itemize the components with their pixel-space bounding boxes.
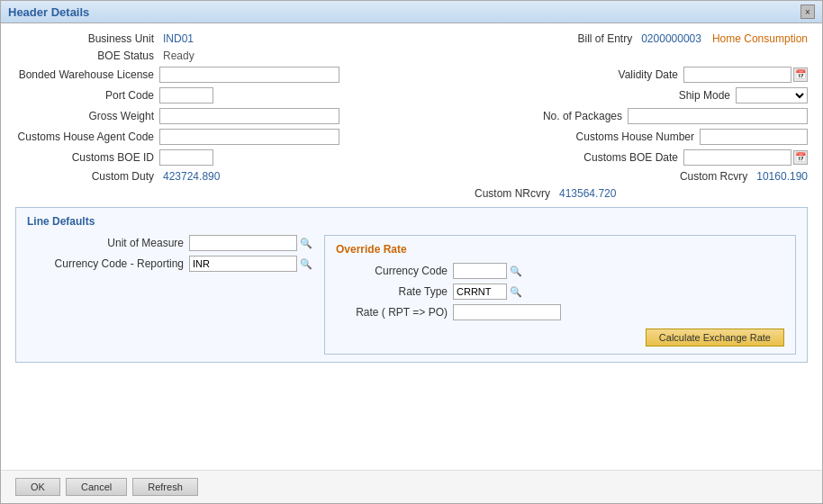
business-unit-group: Business Unit IND01: [15, 32, 194, 45]
override-currency-input[interactable]: [453, 263, 507, 279]
override-calc-row: Calculate Exchange Rate: [336, 328, 784, 346]
custom-rcvry-label: Custom Rcvry: [609, 170, 753, 183]
boe-status-right: [412, 50, 808, 62]
override-currency-label: Currency Code: [336, 265, 453, 277]
bill-of-entry-label: Bill of Entry: [493, 32, 638, 45]
validity-date-label: Validity Date: [539, 68, 683, 81]
bonded-warehouse-label: Bonded Warehouse License: [15, 68, 159, 81]
bill-of-entry-type: Home Consumption: [712, 32, 808, 45]
business-unit-label: Business Unit: [15, 32, 159, 45]
custom-nrcvry-right: Custom NRcvry 413564.720: [412, 187, 808, 200]
validity-date-calendar-icon[interactable]: 📅: [793, 68, 808, 82]
customs-boe-id-label: Customs BOE ID: [15, 151, 159, 164]
ship-mode-select[interactable]: [736, 87, 808, 104]
boe-status-left: BOE Status Ready: [15, 50, 412, 62]
override-currency-search-icon[interactable]: 🔍: [509, 264, 523, 278]
header-details-window: Header Details × Business Unit IND01 Bil…: [0, 0, 823, 504]
custom-rcvry-value: 10160.190: [756, 170, 808, 183]
line-defaults-title: Line Defaults: [27, 215, 796, 228]
currency-code-reporting-search-icon[interactable]: 🔍: [299, 256, 313, 271]
override-currency-row: Currency Code 🔍: [336, 263, 784, 279]
override-rate-type-input[interactable]: [453, 284, 507, 300]
validity-date-group: Validity Date 📅: [539, 67, 808, 83]
customs-house-agent-label: Customs House Agent Code: [15, 130, 159, 143]
currency-code-reporting-label: Currency Code - Reporting: [27, 257, 189, 270]
no-of-packages-input[interactable]: [628, 108, 808, 124]
row-currency-code-reporting: Currency Code - Reporting 🔍: [27, 256, 313, 272]
title-bar: Header Details ×: [1, 1, 822, 23]
customs-boe-id-input[interactable]: [159, 149, 213, 166]
validity-date-input[interactable]: [683, 67, 791, 83]
boe-status-panel: BOE Status Ready: [15, 50, 808, 62]
row-bonded-warehouse: Bonded Warehouse License Validity Date 📅: [15, 67, 808, 83]
custom-nrcvry-left: [15, 187, 412, 200]
window-title: Header Details: [8, 5, 89, 19]
cancel-button[interactable]: Cancel: [66, 478, 127, 496]
customs-boe-date-calendar-icon[interactable]: 📅: [793, 150, 808, 165]
line-defaults-inner: Unit of Measure 🔍 Currency Code - Report…: [27, 235, 796, 355]
custom-duty-group: Custom Duty 423724.890: [15, 170, 220, 183]
override-rate-section: Override Rate Currency Code 🔍 Rate Type …: [324, 235, 796, 355]
gross-weight-input[interactable]: [159, 108, 339, 124]
bonded-warehouse-input[interactable]: [159, 67, 339, 83]
ship-mode-label: Ship Mode: [592, 89, 736, 102]
override-rate-type-label: Rate Type: [336, 285, 453, 298]
business-unit-value: IND01: [163, 32, 194, 45]
customs-boe-date-input[interactable]: [683, 149, 791, 166]
bill-of-entry-value: 0200000003: [641, 32, 701, 45]
customs-house-agent-input[interactable]: [159, 129, 339, 145]
override-rate-type-search-icon[interactable]: 🔍: [509, 284, 523, 299]
row-custom-duty: Custom Duty 423724.890 Custom Rcvry 1016…: [15, 170, 808, 183]
override-rate-row: Rate ( RPT => PO): [336, 304, 784, 320]
boe-status-label: BOE Status: [15, 50, 159, 62]
row-custom-nrcvry: Custom NRcvry 413564.720: [15, 187, 808, 200]
ok-button[interactable]: OK: [15, 478, 60, 496]
line-defaults-left: Unit of Measure 🔍 Currency Code - Report…: [27, 235, 313, 355]
calculate-exchange-rate-button[interactable]: Calculate Exchange Rate: [646, 328, 784, 346]
bonded-warehouse-group: Bonded Warehouse License: [15, 67, 339, 83]
row-business-unit: Business Unit IND01 Bill of Entry 020000…: [15, 32, 808, 45]
port-code-label: Port Code: [15, 89, 159, 102]
unit-of-measure-input[interactable]: [189, 235, 297, 251]
customs-house-number-label: Customs House Number: [556, 130, 700, 143]
custom-nrcvry-panel: Custom NRcvry 413564.720: [15, 187, 808, 200]
custom-nrcvry-label: Custom NRcvry: [412, 187, 556, 200]
ship-mode-group: Ship Mode: [592, 87, 808, 104]
unit-of-measure-label: Unit of Measure: [27, 237, 189, 249]
top-form: Business Unit IND01 Bill of Entry 020000…: [15, 32, 808, 200]
close-button[interactable]: ×: [800, 4, 815, 19]
row-customs-boe-id: Customs BOE ID Customs BOE Date 📅: [15, 149, 808, 166]
no-of-packages-label: No. of Packages: [484, 110, 628, 122]
boe-status-value: Ready: [163, 50, 194, 62]
row-customs-house-agent: Customs House Agent Code Customs House N…: [15, 129, 808, 145]
no-of-packages-group: No. of Packages: [484, 108, 808, 124]
footer-bar: OK Cancel Refresh: [1, 470, 822, 503]
currency-code-reporting-input[interactable]: [189, 256, 297, 272]
row-boe-status: BOE Status Ready: [15, 50, 808, 62]
unit-of-measure-search-icon[interactable]: 🔍: [299, 236, 313, 250]
line-defaults-section: Line Defaults Unit of Measure 🔍 Currency…: [15, 207, 808, 363]
custom-rcvry-group: Custom Rcvry 10160.190: [609, 170, 808, 183]
refresh-button[interactable]: Refresh: [132, 478, 198, 496]
custom-duty-label: Custom Duty: [15, 170, 159, 183]
boe-status-group: BOE Status Ready: [15, 50, 412, 62]
gross-weight-group: Gross Weight: [15, 108, 339, 124]
port-code-input[interactable]: [159, 87, 213, 104]
override-rate-input[interactable]: [453, 304, 561, 320]
override-rate-label: Rate ( RPT => PO): [336, 306, 453, 319]
row-gross-weight: Gross Weight No. of Packages: [15, 108, 808, 124]
customs-house-number-group: Customs House Number: [556, 129, 808, 145]
override-rate-type-row: Rate Type 🔍: [336, 284, 784, 300]
customs-house-number-input[interactable]: [700, 129, 808, 145]
customs-boe-date-group: Customs BOE Date 📅: [539, 149, 808, 166]
main-content: Business Unit IND01 Bill of Entry 020000…: [1, 23, 822, 470]
override-fields: Currency Code 🔍 Rate Type 🔍 Rate ( RPT =…: [336, 263, 784, 346]
gross-weight-label: Gross Weight: [15, 110, 159, 122]
port-code-group: Port Code: [15, 87, 213, 104]
bill-of-entry-group: Bill of Entry 0200000003 Home Consumptio…: [493, 32, 808, 45]
row-port-code: Port Code Ship Mode: [15, 87, 808, 104]
custom-nrcvry-group: Custom NRcvry 413564.720: [412, 187, 808, 200]
row-unit-of-measure: Unit of Measure 🔍: [27, 235, 313, 251]
customs-house-agent-group: Customs House Agent Code: [15, 129, 339, 145]
custom-nrcvry-value: 413564.720: [559, 187, 616, 200]
